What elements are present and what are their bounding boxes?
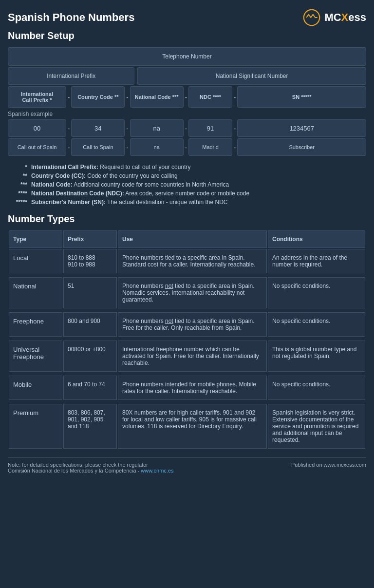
footnote-row: *****Subscriber's Number (SN): The actua… xyxy=(8,199,366,206)
ex-cc-cell: 34 xyxy=(71,119,125,137)
nsn-cell: National Significant Number xyxy=(137,67,366,85)
dash10: - xyxy=(126,144,129,151)
ex-ndc-cell: 91 xyxy=(188,119,232,137)
footnote-star: *** xyxy=(8,181,27,188)
footnotes-section: *International Call Prefix: Required to … xyxy=(8,164,366,206)
number-types-title: Number Types xyxy=(8,213,366,225)
prefix-cell: 51 xyxy=(63,277,117,308)
prefix-cell: 800 and 900 xyxy=(63,312,117,337)
table-column-header: Type xyxy=(9,230,62,248)
footer-regulator-text: Comisión Nacional de los Mercados y la C… xyxy=(8,468,141,474)
detail-labels-row: International Call Prefix * - Country Co… xyxy=(8,86,366,108)
footer-regulator-link[interactable]: www.cnmc.es xyxy=(141,468,173,474)
meaning-sn-cell: Subscriber xyxy=(237,138,366,156)
footnote-row: **Country Code (CC): Code of the country… xyxy=(8,172,366,179)
footnote-text: National Destination Code (NDC): Area co… xyxy=(31,190,366,197)
meaning-row: Call out of Spain - Call to Spain - na -… xyxy=(8,138,366,156)
use-cell: Phone numbers tied to a specific area in… xyxy=(118,249,267,273)
type-cell: Universal Freephone xyxy=(9,341,62,372)
dash2: - xyxy=(126,94,129,101)
table-column-header: Use xyxy=(118,230,267,248)
footer-regulator: Comisión Nacional de los Mercados y la C… xyxy=(8,468,174,474)
telephone-number-row: Telephone Number xyxy=(8,47,366,66)
telephone-number-cell: Telephone Number xyxy=(8,47,366,66)
dash8: - xyxy=(233,125,236,132)
number-types-table: TypePrefixUseConditionsLocal810 to 888 9… xyxy=(8,229,366,450)
number-setup-title: Number Setup xyxy=(8,30,366,41)
meaning-icp-cell: Call out of Spain xyxy=(8,138,66,156)
prefix-nsn-row: International Prefix National Significan… xyxy=(8,67,366,85)
conditions-cell: No specific conditions. xyxy=(268,376,365,400)
international-prefix-cell: International Prefix xyxy=(8,67,134,85)
use-cell: Phone numbers not tied to a specific are… xyxy=(118,312,267,337)
ex-icp-cell: 00 xyxy=(8,119,66,137)
type-cell: Local xyxy=(9,249,62,273)
dash7: - xyxy=(185,125,187,132)
dash5: - xyxy=(67,125,70,132)
conditions-cell: No specific conditions. xyxy=(268,277,365,308)
icp-label-cell: International Call Prefix * xyxy=(8,86,66,108)
footnote-row: ****National Destination Code (NDC): Are… xyxy=(8,190,366,197)
ex-nc-cell: na xyxy=(130,119,184,137)
logo-text: MCXess xyxy=(324,11,366,24)
page-container: Spanish Phone Numbers MCXess Number Setu… xyxy=(0,0,374,483)
dash11: - xyxy=(185,144,187,151)
number-types-section: Number Types TypePrefixUseConditionsLoca… xyxy=(8,213,366,450)
meaning-cc-cell: Call to Spain xyxy=(71,138,125,156)
ex-sn-cell: 1234567 xyxy=(237,119,366,137)
footnote-text: Country Code (CC): Code of the country y… xyxy=(31,172,366,179)
conditions-cell: An address in the area of the number is … xyxy=(268,249,365,273)
footnote-star: ** xyxy=(8,172,27,179)
footer-note: Note: for detailed specifications, pleas… xyxy=(8,462,174,468)
nc-label-cell: National Code *** xyxy=(130,86,184,108)
prefix-cell: 810 to 888 910 to 988 xyxy=(63,249,117,273)
type-cell: Mobile xyxy=(9,376,62,400)
table-column-header: Prefix xyxy=(63,230,117,248)
footnote-row: *International Call Prefix: Required to … xyxy=(8,164,366,171)
use-cell: International freephone number which can… xyxy=(118,341,267,372)
conditions-cell: No specific conditions. xyxy=(268,312,365,337)
footnote-text: National Code: Additional country code f… xyxy=(31,181,366,188)
example-values-row: 00 - 34 - na - 91 - 1234567 xyxy=(8,119,366,137)
mcxess-logo-icon xyxy=(303,9,320,26)
table-column-header: Conditions xyxy=(268,230,365,248)
footnote-text: Subscriber's Number (SN): The actual des… xyxy=(31,199,366,206)
use-cell: Phone numbers intended for mobile phones… xyxy=(118,376,267,400)
header: Spanish Phone Numbers MCXess xyxy=(8,9,366,26)
dash12: - xyxy=(233,144,236,151)
conditions-cell: This is a global number type and not reg… xyxy=(268,341,365,372)
footnote-star: * xyxy=(8,164,27,171)
number-setup-section: Number Setup Telephone Number Internatio… xyxy=(8,30,366,156)
dash9: - xyxy=(67,144,70,151)
use-cell: Phone numbers not tied to a specific are… xyxy=(118,277,267,308)
table-row: National51Phone numbers not tied to a sp… xyxy=(9,277,365,308)
logo: MCXess xyxy=(303,9,366,26)
dash1: - xyxy=(67,94,70,101)
dash3: - xyxy=(185,94,187,101)
example-label: Spanish example xyxy=(8,111,366,117)
meaning-ndc-cell: Madrid xyxy=(188,138,232,156)
type-cell: Freephone xyxy=(9,312,62,337)
footer: Note: for detailed specifications, pleas… xyxy=(8,457,366,474)
sn-label-cell: SN ***** xyxy=(237,86,366,108)
footer-left: Note: for detailed specifications, pleas… xyxy=(8,462,174,474)
type-cell: National xyxy=(9,277,62,308)
table-row: Universal Freephone00800 or +800Internat… xyxy=(9,341,365,372)
prefix-cell: 6 and 70 to 74 xyxy=(63,376,117,400)
dash4: - xyxy=(233,94,236,101)
prefix-cell: 00800 or +800 xyxy=(63,341,117,372)
table-row: Local810 to 888 910 to 988Phone numbers … xyxy=(9,249,365,273)
dash6: - xyxy=(126,125,129,132)
footer-published: Published on www.mcxess.com xyxy=(291,462,366,474)
conditions-cell: Spanish legislation is very strict. Exte… xyxy=(268,404,365,449)
ndc-label-cell: NDC **** xyxy=(188,86,232,108)
table-row: Freephone800 and 900Phone numbers not ti… xyxy=(9,312,365,337)
table-row: Premium803, 806, 807, 901, 902, 905 and … xyxy=(9,404,365,449)
prefix-cell: 803, 806, 807, 901, 902, 905 and 118 xyxy=(63,404,117,449)
table-row: Mobile6 and 70 to 74Phone numbers intend… xyxy=(9,376,365,400)
use-cell: 80X numbers are for high caller tariffs.… xyxy=(118,404,267,449)
page-title: Spanish Phone Numbers xyxy=(8,11,134,24)
footnote-star: **** xyxy=(8,190,27,197)
footnote-row: ***National Code: Additional country cod… xyxy=(8,181,366,188)
footnote-star: ***** xyxy=(8,199,27,206)
